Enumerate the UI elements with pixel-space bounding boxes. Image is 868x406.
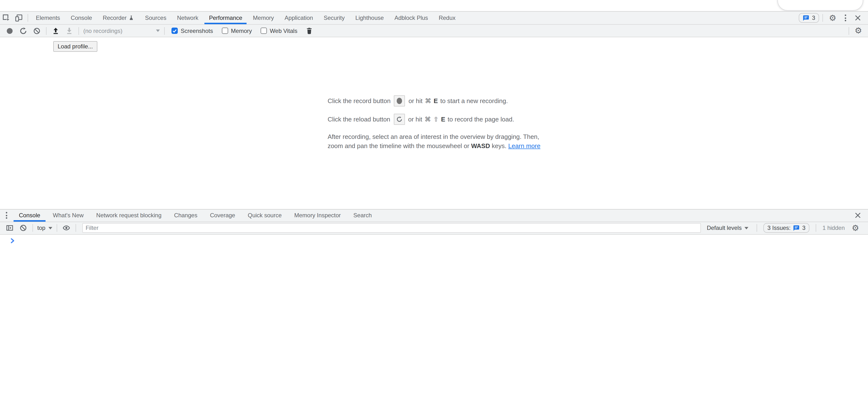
save-profile-button[interactable]	[63, 25, 75, 37]
web-vitals-checkbox-group[interactable]: Web Vitals	[260, 27, 298, 34]
reload-instruction-mid: or hit	[408, 116, 422, 123]
console-prompt-row[interactable]	[0, 234, 868, 243]
tab-application[interactable]: Application	[279, 11, 318, 24]
clear-ban-icon	[20, 224, 27, 232]
console-toolbar-right: Default levels 3 Issues: 3 1 hidden ⚙	[705, 222, 862, 234]
more-options-button[interactable]	[840, 11, 850, 24]
reload-instruction-row: Click the reload button or hit ⌘ ⇧ E to …	[328, 114, 540, 125]
toolbar-separator	[32, 224, 33, 232]
drawer-tab-search[interactable]: Search	[347, 209, 378, 222]
toolbar-separator	[56, 224, 57, 232]
drawer-tabbar: Console What's New Network request block…	[0, 209, 868, 222]
drawer-tab-network-request-blocking[interactable]: Network request blocking	[90, 209, 167, 222]
toolbar-separator	[848, 27, 849, 35]
inspect-cursor-icon	[2, 14, 10, 22]
tab-network[interactable]: Network	[172, 11, 204, 24]
chevron-down-icon	[156, 30, 160, 32]
record-icon	[7, 28, 12, 34]
tab-sources[interactable]: Sources	[140, 11, 172, 24]
drawer-more-tabs-button[interactable]	[0, 209, 12, 222]
tab-redux[interactable]: Redux	[433, 11, 461, 24]
console-sidebar-icon	[6, 224, 13, 232]
log-levels-value: Default levels	[707, 225, 742, 231]
issues-chat-icon	[793, 225, 800, 231]
memory-checkbox-group[interactable]: Memory	[222, 27, 252, 34]
screenshots-checkbox-group[interactable]: Screenshots	[172, 27, 213, 34]
web-vitals-checkbox[interactable]	[260, 28, 267, 34]
capture-settings-button[interactable]: ⚙	[852, 25, 864, 37]
create-live-expression-button[interactable]	[60, 222, 72, 234]
inspect-element-button[interactable]	[0, 11, 12, 24]
drawer-tabbar-spacer	[378, 209, 851, 222]
record-button[interactable]	[4, 25, 16, 37]
settings-button[interactable]: ⚙	[826, 11, 839, 24]
toolbar-separator	[46, 27, 46, 35]
toolbar-separator	[823, 14, 823, 22]
console-body[interactable]	[0, 234, 868, 406]
memory-checkbox[interactable]	[222, 28, 228, 34]
toolbar-separator	[79, 27, 79, 35]
clear-console-button[interactable]	[18, 222, 29, 234]
close-drawer-button[interactable]	[851, 209, 864, 222]
browser-popup-remnant	[777, 0, 863, 11]
issues-count: 3	[812, 14, 815, 21]
javascript-context-dropdown[interactable]: top	[37, 225, 52, 231]
paragraph-line1: After recording, select an area of inter…	[328, 133, 539, 140]
tab-lighthouse[interactable]: Lighthouse	[350, 11, 389, 24]
load-profile-button[interactable]	[50, 25, 62, 37]
tab-recorder-label: Recorder	[103, 14, 127, 21]
reload-icon	[20, 27, 27, 35]
kebab-dot	[844, 14, 846, 16]
kebab-dot	[844, 20, 846, 21]
reload-and-record-button[interactable]	[18, 25, 29, 37]
device-toolbar-button[interactable]	[12, 11, 25, 24]
tabbar-right-cluster: 3 ⚙	[799, 11, 864, 24]
tab-elements[interactable]: Elements	[31, 11, 65, 24]
issues-counter-button[interactable]: 3	[799, 13, 819, 23]
hidden-messages-label: 1 hidden	[823, 225, 845, 231]
tab-security[interactable]: Security	[318, 11, 350, 24]
learn-more-link[interactable]: Learn more	[508, 142, 540, 150]
drawer-tab-console[interactable]: Console	[12, 209, 46, 222]
shortcut-key: E	[434, 97, 438, 104]
gear-icon: ⚙	[855, 27, 862, 35]
tab-recorder[interactable]: Recorder	[97, 11, 140, 24]
clear-recordings-button[interactable]	[31, 25, 42, 37]
drawer-tab-coverage[interactable]: Coverage	[204, 209, 242, 222]
shift-key-symbol: ⇧	[433, 116, 439, 123]
close-icon	[855, 15, 861, 21]
record-instruction-prefix: Click the record button	[328, 97, 391, 104]
console-settings-button[interactable]: ⚙	[849, 222, 861, 234]
checkmark-icon	[172, 28, 177, 33]
browser-page-strip	[0, 0, 868, 11]
reload-icon	[396, 116, 402, 123]
console-issues-count: 3	[802, 225, 806, 231]
log-levels-dropdown[interactable]: Default levels	[707, 225, 748, 231]
tab-memory[interactable]: Memory	[248, 11, 279, 24]
trash-icon	[306, 27, 313, 34]
drawer-tab-quick-source[interactable]: Quick source	[242, 209, 288, 222]
web-vitals-checkbox-label: Web Vitals	[270, 27, 298, 34]
screenshots-checkbox[interactable]	[172, 28, 178, 34]
recordings-dropdown[interactable]: (no recordings)	[83, 27, 160, 34]
delete-recording-button[interactable]	[304, 25, 315, 37]
cmd-key-symbol: ⌘	[425, 97, 431, 104]
close-devtools-button[interactable]	[851, 11, 864, 24]
tab-adblock-plus[interactable]: Adblock Plus	[389, 11, 434, 24]
record-instruction-mid: or hit	[409, 97, 423, 104]
tabbar-spacer	[461, 11, 799, 24]
drawer-tab-memory-inspector[interactable]: Memory Inspector	[288, 209, 347, 222]
chevron-down-icon	[48, 227, 52, 229]
shortcut-key: E	[441, 116, 445, 123]
drawer-tab-changes[interactable]: Changes	[168, 209, 204, 222]
console-filter-input[interactable]	[82, 223, 701, 233]
show-console-sidebar-button[interactable]	[4, 222, 16, 234]
record-glyph-box	[394, 95, 405, 106]
console-issues-button[interactable]: 3 Issues: 3	[764, 223, 809, 233]
issues-chat-icon	[803, 14, 810, 21]
drawer-tab-whats-new[interactable]: What's New	[46, 209, 90, 222]
tab-performance[interactable]: Performance	[204, 11, 248, 24]
kebab-dot	[6, 212, 7, 213]
performance-panel-body: Load profile... Click the record button …	[0, 37, 868, 209]
tab-console[interactable]: Console	[65, 11, 97, 24]
